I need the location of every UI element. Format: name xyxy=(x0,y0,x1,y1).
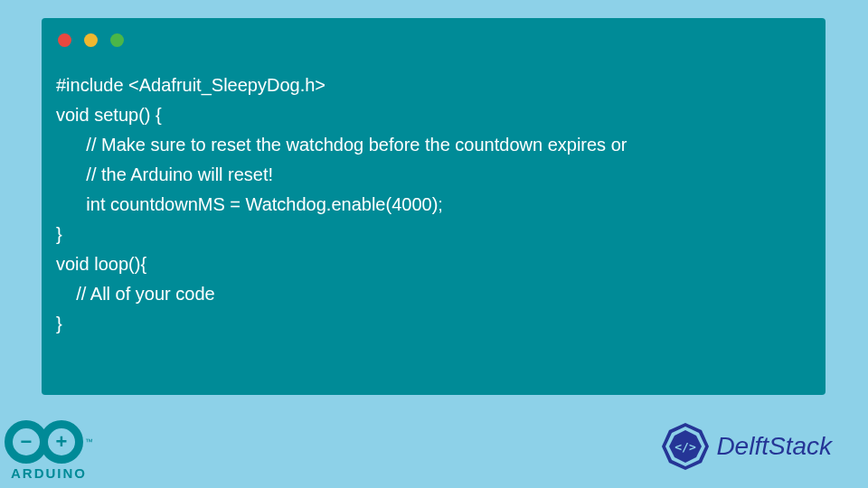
code-window: #include <Adafruit_SleepyDog.h> void set… xyxy=(42,18,826,395)
delftstack-icon: </> xyxy=(660,421,711,472)
arduino-infinity-icon: − + ™ xyxy=(5,420,93,464)
maximize-dot-icon xyxy=(110,33,124,47)
window-controls xyxy=(42,18,826,54)
code-content: #include <Adafruit_SleepyDog.h> void set… xyxy=(42,54,826,355)
code-line: } xyxy=(56,309,811,339)
code-line: int countdownMS = Watchdog.enable(4000); xyxy=(56,190,811,220)
code-line: void setup() { xyxy=(56,100,811,130)
delftstack-logo: </> DelftStack xyxy=(660,421,832,472)
code-line: // Make sure to reset the watchdog befor… xyxy=(56,130,811,160)
code-line: } xyxy=(56,220,811,249)
code-line: // the Arduino will reset! xyxy=(56,160,811,190)
arduino-label: ARDUINO xyxy=(11,465,87,481)
infinity-right-icon: + xyxy=(40,420,83,464)
svg-text:</>: </> xyxy=(675,440,697,454)
delftstack-label: DelftStack xyxy=(716,432,832,461)
code-line: #include <Adafruit_SleepyDog.h> xyxy=(56,70,811,100)
trademark-icon: ™ xyxy=(85,437,93,446)
plus-icon: + xyxy=(56,432,68,452)
code-line: void loop(){ xyxy=(56,249,811,279)
close-dot-icon xyxy=(58,33,71,47)
minus-icon: − xyxy=(21,432,33,452)
minimize-dot-icon xyxy=(84,33,98,47)
code-line: // All of your code xyxy=(56,279,811,309)
arduino-logo: − + ™ ARDUINO xyxy=(5,420,93,481)
